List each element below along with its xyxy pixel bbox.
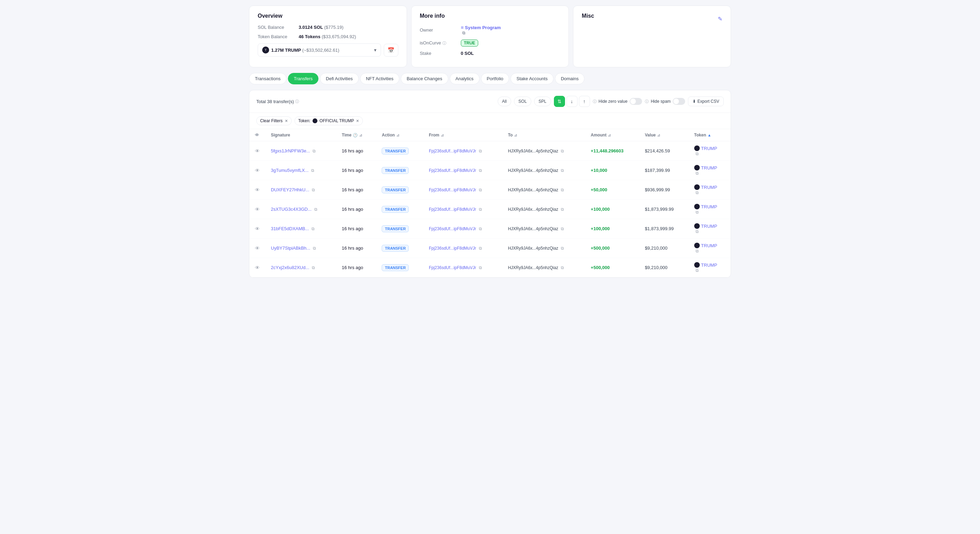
tab-stake-accounts[interactable]: Stake Accounts [511,73,554,84]
tab-defi-activities[interactable]: Defi Activities [320,73,358,84]
from-filter-icon[interactable]: ⊿ [441,133,444,137]
copy-sig-icon[interactable]: ⧉ [312,265,315,270]
is-on-curve-badge: TRUE [461,40,479,46]
edit-icon[interactable]: ✎ [718,16,722,22]
token-link[interactable]: TRUMP [694,165,725,170]
row-eye-icon[interactable]: 👁 [255,265,260,270]
row-eye-icon[interactable]: 👁 [255,168,260,173]
row-eye-icon[interactable]: 👁 [255,148,260,154]
copy-to-icon[interactable]: ⧉ [561,149,564,153]
copy-token-icon[interactable]: ⧉ [695,171,699,176]
token-link[interactable]: TRUMP [694,262,725,268]
from-address-link[interactable]: Fpj236sdUf...ipF8dMuVJr [429,188,476,192]
row-eye-icon[interactable]: 👁 [255,207,260,212]
from-address-link[interactable]: Fpj236sdUf...ipF8dMuVJr [429,226,476,231]
copy-to-icon[interactable]: ⧉ [561,246,564,251]
token-img-icon [694,145,700,151]
from-address-link[interactable]: Fpj236sdUf...ipF8dMuVJr [429,207,476,212]
time-clock-icon[interactable]: 🕐 [353,133,358,137]
tab-nft-activities[interactable]: NFT Activities [360,73,399,84]
copy-from-icon[interactable]: ⧉ [479,265,482,270]
tab-domains[interactable]: Domains [555,73,584,84]
from-address-link[interactable]: Fpj236sdUf...ipF8dMuVJr [429,246,476,251]
from-address-link[interactable]: Fpj236sdUf...ipF8dMuVJr [429,265,476,270]
time-filter-icon[interactable]: ⊿ [359,133,362,137]
copy-sig-icon[interactable]: ⧉ [313,149,316,153]
signature-link[interactable]: 3gTumu5vymfLX... [271,168,309,173]
copy-sig-icon[interactable]: ⧉ [314,207,317,212]
signature-link[interactable]: 2sXTUG3c4X3GD... [271,207,312,212]
amount-filter-icon[interactable]: ⊿ [608,133,611,137]
calendar-button[interactable]: 📅 [384,44,398,57]
token-img-icon [694,262,700,268]
tab-balance-changes[interactable]: Balance Changes [401,73,448,84]
copy-to-icon[interactable]: ⧉ [561,188,564,192]
hide-zero-toggle[interactable] [630,98,642,105]
row-eye-icon[interactable]: 👁 [255,226,260,232]
copy-token-icon[interactable]: ⧉ [695,151,699,156]
token-link[interactable]: TRUMP [694,243,725,248]
value-cell: $187,399.99 [645,168,670,173]
copy-sig-icon[interactable]: ⧉ [311,168,314,173]
sort-both-button[interactable]: ⇅ [554,96,565,107]
copy-owner-icon[interactable]: ⧉ [462,30,465,35]
from-address-link[interactable]: Fpj236sdUf...ipF8dMuVJr [429,168,476,173]
copy-to-icon[interactable]: ⧉ [561,226,564,231]
action-filter-icon[interactable]: ⊿ [396,133,399,137]
signature-link[interactable]: 5fgxs1JrNPFW3e... [271,148,310,153]
signature-link[interactable]: 31bFE5dDXAMB... [271,226,309,231]
token-link[interactable]: TRUMP [694,223,725,229]
token-filter-active-icon[interactable]: ▲ [707,133,711,137]
copy-from-icon[interactable]: ⧉ [479,226,482,231]
copy-to-icon[interactable]: ⧉ [561,265,564,270]
th-from: From ⊿ [423,129,503,141]
filter-all-button[interactable]: All [498,97,511,106]
owner-link[interactable]: ≡ System Program [461,25,501,30]
transfers-table: 👁 Signature Time 🕐 ⊿ [249,129,731,277]
tab-analytics[interactable]: Analytics [450,73,480,84]
value-filter-icon[interactable]: ⊿ [657,133,660,137]
copy-from-icon[interactable]: ⧉ [479,207,482,212]
copy-token-icon[interactable]: ⧉ [695,190,699,195]
copy-token-icon[interactable]: ⧉ [695,210,699,215]
signature-link[interactable]: UyBY7StpiABkBh... [271,245,310,251]
filter-spl-button[interactable]: SPL [534,97,551,106]
row-eye-icon[interactable]: 👁 [255,245,260,251]
copy-sig-icon[interactable]: ⧉ [312,188,315,192]
copy-to-icon[interactable]: ⧉ [561,168,564,173]
overview-card: Overview SOL Balance 3.0124 SOL ($775.19… [249,6,407,67]
token-link[interactable]: TRUMP [694,145,725,151]
tab-portfolio[interactable]: Portfolio [481,73,509,84]
to-filter-icon[interactable]: ⊿ [514,133,517,137]
row-eye-icon[interactable]: 👁 [255,187,260,193]
copy-token-icon[interactable]: ⧉ [695,249,699,253]
copy-from-icon[interactable]: ⧉ [479,168,482,173]
to-col-label: To [508,133,513,137]
filter-sol-button[interactable]: SOL [514,97,531,106]
clear-filters-chip[interactable]: Clear Filters ✕ [256,116,292,126]
token-img-icon [694,223,700,229]
sort-up-button[interactable]: ↑ [579,96,590,107]
token-link[interactable]: TRUMP [694,204,725,209]
table-row: 👁 DUXFEY27HhkU... ⧉ 16 hrs ago TRANSFER … [249,180,731,200]
copy-from-icon[interactable]: ⧉ [479,188,482,192]
table-row: 👁 UyBY7StpiABkBh... ⧉ 16 hrs ago TRANSFE… [249,238,731,258]
copy-token-icon[interactable]: ⧉ [695,268,699,273]
export-csv-button[interactable]: ⬇ Export CSV [688,97,724,106]
tab-transfers[interactable]: Transfers [288,73,318,84]
copy-from-icon[interactable]: ⧉ [479,149,482,153]
token-dropdown[interactable]: T 1.27M TRUMP (~$33,502,662.61) ▾ [258,43,381,57]
tab-transactions[interactable]: Transactions [249,73,286,84]
from-address-link[interactable]: Fpj236sdUf...ipF8dMuVJr [429,149,476,153]
copy-from-icon[interactable]: ⧉ [479,246,482,251]
copy-sig-icon[interactable]: ⧉ [312,226,315,231]
signature-link[interactable]: DUXFEY27HhkU... [271,187,309,192]
token-link[interactable]: TRUMP [694,184,725,190]
signature-link[interactable]: 2cYxj2x6u82XUd... [271,265,309,270]
copy-sig-icon[interactable]: ⧉ [313,246,316,251]
sort-down-button[interactable]: ↓ [566,96,578,107]
token-filter-chip[interactable]: Token: OFFICIAL TRUMP ✕ [294,116,363,126]
hide-spam-toggle[interactable] [673,98,685,105]
copy-token-icon[interactable]: ⧉ [695,229,699,234]
copy-to-icon[interactable]: ⧉ [561,207,564,212]
